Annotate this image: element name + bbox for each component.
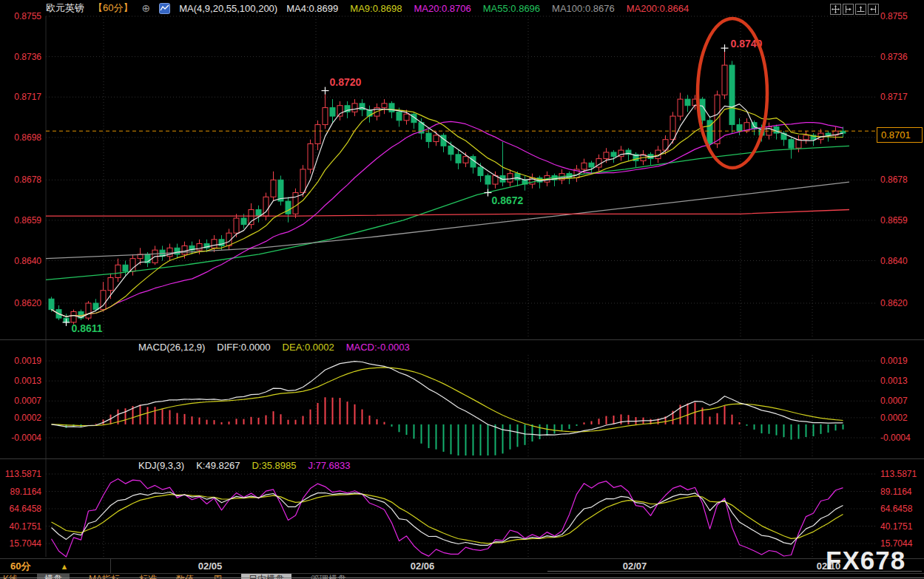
ma-legend-values: MA4:0.8699MA9:0.8698MA20:0.8706MA55:0.86… <box>286 3 689 14</box>
candle-body <box>308 143 313 169</box>
kdj-legend: KDJ(9,3,3)K:49.8267D:35.8985J:77.6833 <box>138 459 351 471</box>
left-axis-icon[interactable] <box>843 4 854 15</box>
kdj-legend-value: K:49.8267 <box>196 460 240 471</box>
kdj-j-line <box>52 479 843 558</box>
macd-axis-label-right: 0.0002 <box>880 413 908 422</box>
ma-legend-value: MA4:0.8699 <box>286 3 338 14</box>
price-axis-label-left: 0.8620 <box>0 299 41 308</box>
candles <box>49 48 846 325</box>
macd-axis-label-right: 0.0013 <box>880 376 908 385</box>
macd-legend: MACD(26,12,9)DIFF:0.0000DEA:0.0002MACD:-… <box>138 341 410 353</box>
bottom-axis-icon[interactable] <box>855 4 866 15</box>
candle-body <box>448 146 453 154</box>
kdj-axis-label-left: 113.5871 <box>0 470 41 478</box>
price-axis-label-left: 0.8640 <box>0 257 41 265</box>
candle-body <box>581 163 587 169</box>
macd-axis-label-right: 0.0019 <box>880 356 908 365</box>
ma-legend-value: MA200:0.8664 <box>627 3 689 14</box>
price-annotation: 0.8720 <box>330 76 362 88</box>
candle-body <box>397 112 402 120</box>
kdj-axis-label-left: 89.1164 <box>0 487 41 496</box>
period-selector-label: 60分 <box>10 560 30 573</box>
candle-body <box>515 174 520 180</box>
period-selector-arrow: ▲ <box>60 562 68 571</box>
candle-body <box>212 240 217 248</box>
price-axis-label-left: 0.8755 <box>0 12 41 21</box>
candle-body <box>234 218 239 233</box>
ma-line-9 <box>52 108 843 317</box>
kdj-k-line <box>52 492 843 546</box>
candle-body <box>485 176 490 184</box>
price-annotation: 0.8672 <box>492 194 524 206</box>
ma-legend-value: MA20:0.8706 <box>414 3 471 14</box>
candle-body <box>241 218 246 225</box>
candle-body <box>611 152 616 157</box>
candle-body <box>130 259 135 271</box>
candle-body <box>463 157 468 163</box>
chart-toolbar <box>830 4 879 15</box>
macd-panel <box>52 362 843 456</box>
kdj-legend-value: J:77.6833 <box>308 460 350 471</box>
candle-body <box>286 201 291 214</box>
add-indicator-icon[interactable]: ⊕ <box>141 2 150 14</box>
kdj-panel <box>52 479 843 558</box>
candle-body <box>93 303 98 310</box>
panel-separator <box>0 558 924 559</box>
candle-body <box>796 140 801 148</box>
price-axis-label-right: 0.8736 <box>880 53 908 61</box>
current-price-tag: 0.8701 <box>877 127 923 143</box>
symbol-name: 欧元英镑 <box>46 1 84 15</box>
macd-legend-value: DEA:0.0002 <box>283 342 334 353</box>
price-axis-label-right: 0.8620 <box>880 299 908 308</box>
main-chart-legend: 欧元英镑 【60分】 ⊕ MA(4,9,20,55,100,200) MA4:0… <box>46 2 689 14</box>
panel-separator <box>0 458 924 459</box>
candle-body <box>49 299 54 309</box>
candle-body <box>685 99 690 106</box>
date-axis-label: 02/06 <box>411 561 435 572</box>
price-annotation: 0.8611 <box>72 322 103 334</box>
macd-axis-label-right: 0.0007 <box>880 396 908 405</box>
current-price-value: 0.8701 <box>881 129 911 140</box>
period-tag: 【60分】 <box>93 1 132 15</box>
ma-line-20 <box>52 121 843 316</box>
price-axis-label-right: 0.8717 <box>880 92 908 101</box>
right-axis-icon[interactable] <box>868 4 879 15</box>
ma-legend-value: MA100:0.8676 <box>552 3 615 14</box>
candle-body <box>722 65 727 95</box>
price-axis-label-left: 0.8678 <box>0 175 41 184</box>
macd-axis-label-right: -0.0004 <box>880 433 911 442</box>
crosshair-icon[interactable] <box>830 4 841 15</box>
kdj-axis-label-left: 15.7044 <box>0 539 41 548</box>
chart-canvas[interactable]: 0.87200.87400.86720.8611 <box>0 0 924 579</box>
candle-body <box>507 174 513 182</box>
price-axis-label-right: 0.8755 <box>880 12 908 21</box>
macd-legend-value: DIFF:0.0000 <box>217 342 270 353</box>
window-edge <box>0 578 924 578</box>
price-axis-label-right: 0.8640 <box>880 257 908 265</box>
kdj-d-line <box>52 494 843 544</box>
grid <box>46 16 875 557</box>
date-axis-label: 02/05 <box>198 561 223 572</box>
candle-body <box>271 180 276 197</box>
panel-separator <box>0 339 924 340</box>
kdj-axis-label-right: 64.6458 <box>880 504 912 513</box>
candle-body <box>826 133 831 135</box>
macd-axis-label-left: 0.0007 <box>0 396 41 405</box>
price-axis-label-left: 0.8698 <box>0 133 41 142</box>
candle-body <box>108 278 113 291</box>
candle-body <box>352 104 357 112</box>
candle-body <box>360 104 365 110</box>
price-axis-label-left: 0.8659 <box>0 216 41 225</box>
trading-chart-app: 0.87200.87400.86720.8611 欧元英镑 【60分】 ⊕ MA… <box>0 0 924 579</box>
macd-legend-value: MACD(26,12,9) <box>138 342 205 353</box>
candle-body <box>337 106 343 116</box>
candle-body <box>382 104 387 108</box>
macd-legend-value: MACD:-0.0003 <box>346 342 410 353</box>
candle-body <box>182 246 187 254</box>
annotations: 0.87200.87400.86720.8611 <box>63 18 768 334</box>
macd-axis-label-left: 0.0002 <box>0 413 41 422</box>
candle-body <box>426 133 431 141</box>
period-selector[interactable]: 60分 ▲ <box>0 559 111 573</box>
kdj-axis-label-left: 64.6458 <box>0 504 41 513</box>
fx678-watermark: FX678 <box>826 546 906 575</box>
